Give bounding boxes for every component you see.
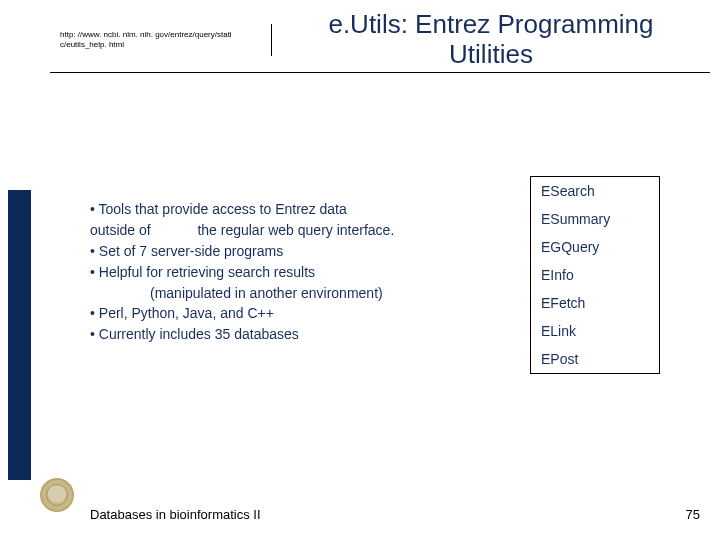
bullet-1b: outside of the regular web query interfa… xyxy=(90,221,520,240)
page-number: 75 xyxy=(686,507,700,522)
utilities-item: ESearch xyxy=(531,177,659,205)
utilities-item: EGQuery xyxy=(531,233,659,261)
utilities-item: ESummary xyxy=(531,205,659,233)
bullet-4: • Perl, Python, Java, and C++ xyxy=(90,304,520,323)
brand-strip xyxy=(8,190,31,480)
bullet-3-sub: (manipulated in another environment) xyxy=(90,284,520,303)
bullet-5: • Currently includes 35 databases xyxy=(90,325,520,344)
header-divider xyxy=(50,72,710,73)
utilities-item: EInfo xyxy=(531,261,659,289)
source-url: http: //www. ncbi. nlm. nih. gov/entrez/… xyxy=(50,24,272,56)
left-brand-band xyxy=(0,0,50,540)
body-text: • Tools that provide access to Entrez da… xyxy=(90,200,520,346)
bullet-2: • Set of 7 server-side programs xyxy=(90,242,520,261)
slide-title: e.Utils: Entrez Programming Utilities xyxy=(292,10,690,70)
title-box: e.Utils: Entrez Programming Utilities xyxy=(272,10,710,70)
header: http: //www. ncbi. nlm. nih. gov/entrez/… xyxy=(50,10,710,70)
footer-text: Databases in bioinformatics II xyxy=(90,507,261,522)
university-seal-icon xyxy=(40,478,74,512)
utilities-item: EFetch xyxy=(531,289,659,317)
bullet-3: • Helpful for retrieving search results xyxy=(90,263,520,282)
bullet-1a: • Tools that provide access to Entrez da… xyxy=(90,200,520,219)
utilities-item: EPost xyxy=(531,345,659,373)
utilities-item: ELink xyxy=(531,317,659,345)
slide: http: //www. ncbi. nlm. nih. gov/entrez/… xyxy=(0,0,720,540)
utilities-list: ESearch ESummary EGQuery EInfo EFetch EL… xyxy=(530,176,660,374)
